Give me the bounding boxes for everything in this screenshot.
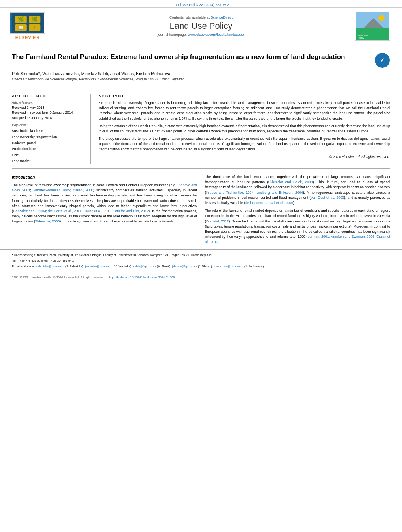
- crossmark-logo[interactable]: ✓: [374, 52, 390, 68]
- bottom-bar: 0264-8377/$ – see front matter © 2014 El…: [0, 273, 402, 282]
- intro-left-text: The high level of farmland ownership fra…: [12, 183, 197, 224]
- section-divider: [12, 168, 390, 169]
- accepted-date: Accepted 13 January 2014: [12, 115, 84, 120]
- journal-title-main: Land Use Policy: [47, 21, 355, 31]
- journal-homepage-link[interactable]: www.elsevier.com/locate/landusepol: [188, 33, 245, 37]
- svg-point-13: [378, 15, 385, 21]
- abstract-paragraph: The study discusses the tempo of the fra…: [99, 136, 390, 152]
- body-left-col: Introduction The high level of farmland …: [12, 174, 197, 247]
- svg-text:Land Use: Land Use: [358, 34, 368, 36]
- sciencedirect-line: Contents lists available at ScienceDirec…: [47, 15, 355, 19]
- article-title: The Farmland Rental Paradox: Extreme lan…: [12, 52, 368, 62]
- affiliation-line: Czech University of Life Sciences Prague…: [12, 77, 390, 81]
- elsevier-logo-image: 🌿 🌿 📖 🕯: [10, 12, 45, 34]
- journal-ref: Land Use Policy 38 (2014) 587–593: [173, 3, 229, 7]
- intro-right-paragraph: The dominance of the land rental market,…: [205, 174, 390, 206]
- reference-link[interactable]: Vranken and Swinnen, 2006: [331, 235, 375, 239]
- elsevier-label: ELSEVIER: [15, 35, 40, 40]
- two-col-info-abstract: ARTICLE INFO Article history: Received 1…: [0, 90, 402, 164]
- body-right-col: The dominance of the land rental market,…: [205, 174, 390, 247]
- email-link[interactable]: janovska@fzp.czu.cz: [85, 265, 113, 268]
- top-bar: Land Use Policy 38 (2014) 587–593: [0, 0, 402, 7]
- svg-text:🌿: 🌿: [18, 16, 24, 22]
- svg-text:🕯: 🕯: [33, 26, 36, 30]
- introduction-heading: Introduction: [12, 174, 197, 180]
- issn-text: 0264-8377/$ – see front matter © 2014 El…: [12, 276, 105, 279]
- body-two-col: Introduction The high level of farmland …: [12, 174, 390, 247]
- footnote-line: Tel.: +420 776 323 824; fax: +420 234 38…: [12, 259, 390, 263]
- article-info-title: ARTICLE INFO: [12, 94, 84, 98]
- reference-link[interactable]: Eurostat, 2012: [206, 219, 229, 223]
- abstract-paragraph: © 2014 Elsevier Ltd. All rights reserved…: [99, 154, 390, 159]
- reference-link[interactable]: Latruffe and Plet, 2012: [114, 209, 149, 213]
- reference-link[interactable]: Ciaian, 2008: [73, 188, 93, 192]
- revised-date: Received in revised form 9 January 2014: [12, 110, 84, 115]
- article-history-label: Article history:: [12, 100, 84, 104]
- article-section: The Farmland Rental Paradox: Extreme lan…: [0, 44, 402, 90]
- reference-link[interactable]: Lerman, 2001: [307, 235, 329, 239]
- body-right-text: The dominance of the land rental market,…: [205, 174, 390, 245]
- email-link[interactable]: jvlasak@fzp.czu.cz: [172, 265, 197, 268]
- reference-link[interactable]: Sabates-Wheeler, 2005: [33, 188, 70, 192]
- journal-header: 🌿 🌿 📖 🕯 ELSEVIER Contents lists availabl…: [0, 7, 402, 44]
- reference-link[interactable]: Lindborg and Eriksson, 2004: [256, 191, 303, 195]
- email-link[interactable]: molnarova@fzp.czu.cz: [214, 265, 244, 268]
- article-dates: Received 1 May 2013 Received in revised …: [12, 105, 84, 120]
- footnote-line: * Corresponding author at: Czech Univers…: [12, 253, 390, 257]
- email-link[interactable]: sklenicka@fzp.czu.cz: [36, 265, 65, 268]
- elsevier-logo: 🌿 🌿 📖 🕯 ELSEVIER: [8, 12, 47, 40]
- reference-link[interactable]: del Corral et al., 2011: [48, 209, 82, 213]
- abstract-text: Extreme farmland ownership fragmentation…: [99, 100, 390, 159]
- reference-link[interactable]: Gonzalez et al., 2004: [13, 209, 46, 213]
- journal-logo-right: Land Use Policy: [355, 11, 390, 41]
- reference-link[interactable]: Kruess and Tscharntke, 1994: [206, 191, 253, 195]
- keyword-item: Land ownership fragmentation: [12, 134, 84, 140]
- sciencedirect-link[interactable]: ScienceDirect: [211, 15, 233, 19]
- keywords-label: Keywords:: [12, 123, 84, 127]
- reference-link[interactable]: Van Oost et al., 2000: [311, 196, 344, 200]
- reference-link[interactable]: Sauer et al., 2012: [84, 209, 111, 213]
- page-wrapper: Land Use Policy 38 (2014) 587–593 🌿 🌿 📖: [0, 0, 402, 532]
- reference-link[interactable]: de la Fuente de Val et al., 2006: [245, 201, 293, 205]
- abstract-paragraph: Using the example of the Czech Republic,…: [99, 124, 390, 134]
- journal-center: Contents lists available at ScienceDirec…: [47, 15, 355, 37]
- intro-right-paragraph: The role of the farmland rental market d…: [205, 208, 390, 245]
- body-left-text: The high level of farmland ownership fra…: [12, 183, 197, 224]
- body-section: Introduction The high level of farmland …: [0, 172, 402, 247]
- keyword-item: LPIS: [12, 152, 84, 158]
- article-info-col: ARTICLE INFO Article history: Received 1…: [12, 94, 91, 164]
- keyword-item: Production block: [12, 146, 84, 152]
- reference-link[interactable]: Sklenicka and Salek, 2008: [268, 180, 313, 184]
- received-date: Received 1 May 2013: [12, 105, 84, 110]
- doi-link[interactable]: http://dx.doi.org/10.1016/j.landusepol.2…: [109, 276, 175, 279]
- svg-text:✓: ✓: [380, 57, 385, 63]
- abstract-paragraph: Extreme farmland ownership fragmentation…: [99, 100, 390, 121]
- footnote-section: * Corresponding author at: Czech Univers…: [0, 249, 402, 273]
- footnote-line: E-mail addresses: sklenicka@fzp.czu.cz (…: [12, 264, 390, 269]
- abstract-title: ABSTRACT: [99, 94, 390, 98]
- reference-link[interactable]: Sklenicka, 2006: [35, 219, 60, 223]
- article-title-block: The Farmland Rental Paradox: Extreme lan…: [12, 52, 390, 68]
- keywords-list: Sustainable land useLand ownership fragm…: [12, 128, 84, 164]
- authors-line: Petr Sklenicka*, Vratislava Janovska, Mi…: [12, 71, 390, 76]
- keyword-item: Land market: [12, 158, 84, 164]
- journal-homepage: journal homepage: www.elsevier.com/locat…: [47, 33, 355, 37]
- abstract-col: ABSTRACT Extreme farmland ownership frag…: [99, 94, 390, 164]
- keywords-section: Keywords: Sustainable land useLand owner…: [12, 123, 84, 164]
- footnote-text: * Corresponding author at: Czech Univers…: [12, 253, 390, 269]
- svg-text:📖: 📖: [18, 25, 24, 30]
- email-link[interactable]: salek@fzp.czu.cz: [133, 265, 156, 268]
- keyword-item: Cadastral parcel: [12, 140, 84, 146]
- svg-text:Policy: Policy: [358, 37, 364, 39]
- svg-text:🌿: 🌿: [31, 16, 37, 22]
- keyword-item: Sustainable land use: [12, 128, 84, 134]
